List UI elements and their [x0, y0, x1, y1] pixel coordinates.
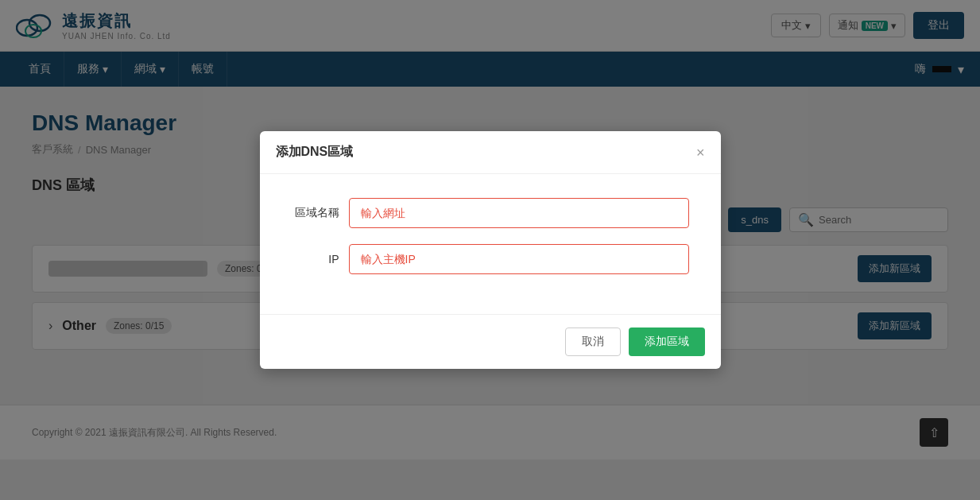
modal-footer: 取消 添加區域	[260, 314, 721, 369]
modal-title: 添加DNS區域	[276, 144, 354, 161]
modal-close-button[interactable]: ×	[696, 145, 705, 160]
modal-dialog: 添加DNS區域 × 區域名稱 IP 取消 添加區域	[260, 131, 721, 369]
cancel-button[interactable]: 取消	[565, 328, 621, 356]
confirm-button[interactable]: 添加區域	[629, 328, 705, 356]
modal-body: 區域名稱 IP	[260, 174, 721, 314]
form-row-domain: 區域名稱	[292, 198, 689, 228]
ip-input[interactable]	[349, 244, 689, 274]
ip-label: IP	[292, 253, 339, 266]
modal-overlay: 添加DNS區域 × 區域名稱 IP 取消 添加區域	[0, 0, 980, 500]
domain-input[interactable]	[349, 198, 689, 228]
domain-label: 區域名稱	[292, 206, 339, 220]
form-row-ip: IP	[292, 244, 689, 274]
modal-header: 添加DNS區域 ×	[260, 131, 721, 174]
